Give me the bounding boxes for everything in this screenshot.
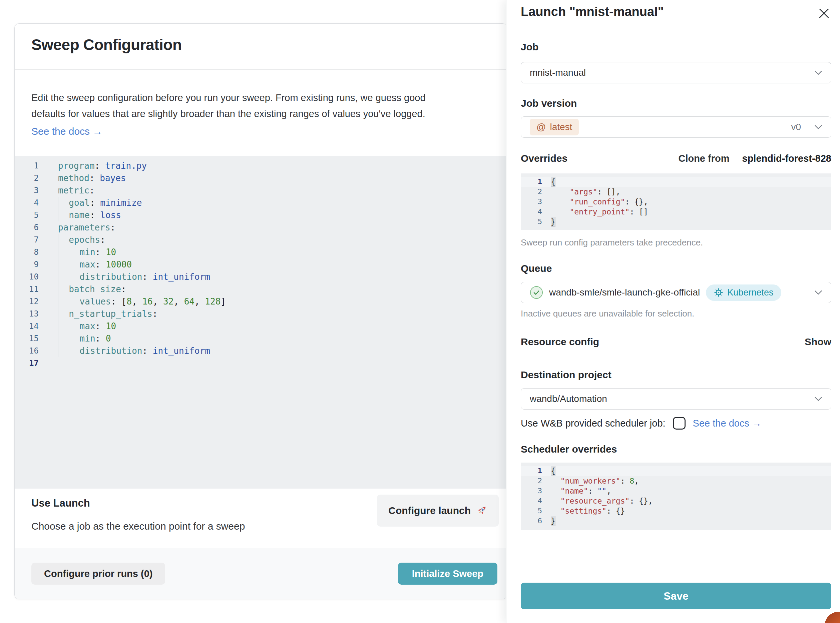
- helm-wheel-icon: [714, 288, 723, 297]
- close-icon: [818, 7, 830, 19]
- configure-launch-button[interactable]: Configure launch: [377, 495, 499, 526]
- code-line: 2"num_workers": 8,: [521, 476, 831, 486]
- clone-from-label: Clone from: [678, 153, 729, 164]
- sweep-description: Edit the sweep configuration before you …: [31, 90, 426, 122]
- card-footer: Configure prior runs (0) Initialize Swee…: [15, 548, 507, 599]
- link-label: See the docs: [31, 126, 90, 137]
- sweep-config-editor[interactable]: 1program: train.py2method: bayes3metric:…: [15, 156, 507, 489]
- code-line: 3metric:: [15, 184, 507, 197]
- code-line: 6parameters:: [15, 221, 507, 234]
- scheduler-job-label: Use W&B provided scheduler job:: [521, 418, 665, 429]
- card-header: Sweep Configuration: [15, 24, 507, 70]
- queue-caption: Inactive queues are unavailable for sele…: [521, 308, 694, 319]
- save-button[interactable]: Save: [521, 583, 831, 609]
- resource-config-show-toggle[interactable]: Show: [805, 336, 831, 348]
- code-line: 12values: [8, 16, 32, 64, 128]: [15, 296, 507, 308]
- destination-project-label: Destination project: [521, 369, 611, 381]
- chevron-down-icon: [814, 397, 822, 401]
- page-title: Sweep Configuration: [31, 36, 182, 54]
- code-line: 9max: 10000: [15, 258, 507, 271]
- job-version-label: Job version: [521, 98, 577, 109]
- rocket-icon: [476, 505, 487, 516]
- use-launch-heading: Use Launch: [31, 497, 90, 509]
- job-version-select[interactable]: @latest v0: [521, 117, 831, 138]
- scheduler-overrides-label: Scheduler overrides: [521, 443, 617, 455]
- code-line: 1{: [521, 466, 831, 476]
- code-line: 4goal: minimize: [15, 197, 507, 209]
- code-line: 3"name": "",: [521, 486, 831, 496]
- job-value: mnist-manual: [530, 68, 586, 78]
- clone-from-group: Clone from splendid-forest-828: [678, 153, 831, 164]
- initialize-sweep-button[interactable]: Initialize Sweep: [398, 563, 498, 585]
- code-line: 10distribution: int_uniform: [15, 271, 507, 283]
- code-line: 1{: [521, 177, 831, 187]
- chevron-down-icon: [814, 290, 822, 295]
- overrides-label: Overrides: [521, 153, 567, 164]
- chevron-down-icon: [814, 71, 822, 75]
- queue-label: Queue: [521, 263, 552, 274]
- code-line: 3 "run_config": {},: [521, 197, 831, 207]
- overrides-header-row: Overrides Clone from splendid-forest-828: [521, 153, 831, 164]
- see-the-docs-link[interactable]: See the docs→: [31, 126, 103, 137]
- code-line: 5}: [521, 217, 831, 227]
- code-line: 14max: 10: [15, 320, 507, 333]
- code-line: 8min: 10: [15, 246, 507, 258]
- overrides-editor[interactable]: 1{2 "args": [],3 "run_config": {},4 "ent…: [521, 173, 831, 230]
- scheduler-job-row: Use W&B provided scheduler job: See the …: [521, 417, 831, 430]
- close-button[interactable]: [816, 5, 832, 21]
- code-line: 4 "entry_point": []: [521, 207, 831, 217]
- description-line: defaults for values that are slightly br…: [31, 106, 426, 122]
- code-line: 1program: train.py: [15, 160, 507, 172]
- kubernetes-badge: Kubernetes: [706, 284, 781, 301]
- code-line: 16distribution: int_uniform: [15, 345, 507, 357]
- use-launch-description: Choose a job as the execution point for …: [31, 520, 245, 532]
- description-line: Edit the sweep configuration before you …: [31, 90, 426, 106]
- destination-project-value: wandb/Automation: [530, 394, 607, 404]
- configure-prior-runs-button[interactable]: Configure prior runs (0): [31, 563, 165, 585]
- code-line: 4"resource_args": {},: [521, 496, 831, 506]
- code-line: 13n_startup_trials:: [15, 308, 507, 320]
- link-label: See the docs: [693, 418, 749, 428]
- code-line: 7epochs:: [15, 234, 507, 246]
- resource-config-label: Resource config: [521, 336, 599, 348]
- sweep-configuration-card: Sweep Configuration Edit the sweep confi…: [14, 23, 507, 599]
- queue-active-check-icon: [530, 286, 543, 299]
- scheduler-overrides-editor[interactable]: 1{2"num_workers": 8,3"name": "",4"resour…: [521, 463, 831, 530]
- latest-badge-label: latest: [550, 122, 572, 132]
- queue-value: wandb-smle/smle-launch-gke-official: [549, 287, 700, 298]
- destination-project-select[interactable]: wandb/Automation: [521, 388, 831, 410]
- code-line: 5"settings": {}: [521, 506, 831, 516]
- resource-config-row: Resource config Show: [521, 336, 831, 348]
- scheduler-job-checkbox[interactable]: [673, 417, 686, 430]
- version-value: v0: [791, 122, 801, 132]
- clone-from-run-name[interactable]: splendid-forest-828: [742, 153, 832, 164]
- code-line: 6}: [521, 516, 831, 526]
- code-line: 2 "args": [],: [521, 187, 831, 197]
- code-line: 15min: 0: [15, 333, 507, 345]
- code-line: 2method: bayes: [15, 172, 507, 184]
- job-select[interactable]: mnist-manual: [521, 62, 831, 83]
- queue-select[interactable]: wandb-smle/smle-launch-gke-official Kube…: [521, 282, 831, 303]
- code-line: 5name: loss: [15, 209, 507, 221]
- chevron-down-icon: [814, 125, 822, 129]
- scheduler-see-the-docs-link[interactable]: See the docs→: [693, 418, 762, 429]
- latest-badge: @latest: [530, 119, 579, 135]
- job-label: Job: [521, 41, 538, 53]
- arrow-right-icon: →: [92, 126, 103, 137]
- code-line: 17: [15, 357, 507, 370]
- launch-drawer: Launch "mnist-manual" Job mnist-manual J…: [506, 0, 840, 623]
- arrow-right-icon: →: [752, 418, 762, 428]
- at-icon: @: [536, 122, 546, 132]
- code-line: 11batch_size:: [15, 283, 507, 296]
- configure-launch-label: Configure launch: [388, 505, 471, 516]
- drawer-title: Launch "mnist-manual": [521, 5, 664, 19]
- overrides-caption: Sweep run config parameters take precede…: [521, 238, 703, 248]
- kubernetes-badge-label: Kubernetes: [727, 287, 773, 298]
